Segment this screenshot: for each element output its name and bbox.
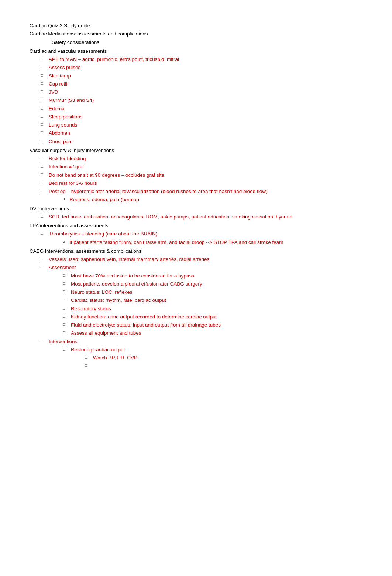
cabg-assessment-item: □Most patients develop a pleural effusio…	[63, 280, 362, 288]
tpa-sub-item: o If patient starts talking funny, can't…	[63, 239, 362, 246]
title3: Safety considerations	[52, 39, 362, 46]
vascular-item: □Bed rest for 3-6 hours	[41, 180, 362, 187]
cardiac-item: □Edema	[41, 105, 362, 113]
cabg-assessment-item: □Assess all equipment and tubes	[63, 330, 362, 337]
vascular-item: □Infection w/ graf	[41, 163, 362, 170]
cardiac-item: □Lung sounds	[41, 121, 362, 129]
vascular-sub-item: o Redness, edema, pain (normal)	[63, 196, 362, 203]
cabg-extra-bullet: □	[85, 362, 362, 368]
tpa-item: □ Thrombolytics – bleeding (care about t…	[41, 230, 362, 238]
dvt-item: □ SCD, ted hose, ambulation, anticoagula…	[41, 213, 362, 221]
tpa-title: t-PA interventions and assessments	[30, 222, 362, 230]
vascular-item: □Post op – hyperemic afer arterial revas…	[41, 188, 362, 195]
cabg-assessment-item: □Fluid and electrolyte status: input and…	[63, 321, 362, 329]
cabg-interventions-label: □ Interventions	[41, 338, 362, 345]
cabg-assessment-label: □ Assessment	[41, 264, 362, 271]
cabg-vessels: □ Vessels used: saphenous vein, internal…	[41, 256, 362, 263]
vascular-item: □Do not bend or sit at 90 degrees – occl…	[41, 172, 362, 179]
cabg-restoring: □ Restoring cardiac output	[63, 346, 362, 353]
cardiac-item: □Chest pain	[41, 138, 362, 145]
cardiac-item: □Sleep positions	[41, 113, 362, 121]
cabg-assessment-item: □Kidney function: urine output recorded …	[63, 313, 362, 321]
cardiac-item: □Skin temp	[41, 72, 362, 80]
cabg-assessment-item: □Neuro status: LOC, reflexes	[63, 289, 362, 296]
cardiac-item: □Abdomen	[41, 130, 362, 137]
cabg-assessment-item: □Cardiac status: rhythm, rate, cardiac o…	[63, 297, 362, 304]
cardiac-vascular-title: Cardiac and vascular assessments	[30, 48, 362, 55]
dvt-title: DVT interventions	[30, 205, 362, 213]
cabg-assessment-item: □Must have 70% occlusion to be considere…	[63, 272, 362, 280]
cabg-assessment-item: □Respiratory status	[63, 305, 362, 313]
title2: Cardiac Medications: assessments and com…	[30, 30, 362, 38]
vascular-item: □Risk for bleeding	[41, 155, 362, 162]
vascular-title: Vascular surgery & injury interventions	[30, 147, 362, 154]
cabg-watch: □ Watch BP, HR, CVP	[85, 354, 362, 362]
cardiac-item: □Cap refill	[41, 80, 362, 88]
cardiac-item: □Murmur (S3 and S4)	[41, 97, 362, 104]
cardiac-item: □JVD	[41, 89, 362, 96]
cardiac-item: □APE to MAN – aortic, pulmonic, erb's po…	[41, 56, 362, 63]
cabg-title: CABG interventions, assessments & compli…	[30, 248, 362, 255]
title1: Cardiac Quiz 2 Study guide	[30, 22, 362, 30]
cardiac-item: □Assess pulses	[41, 64, 362, 71]
